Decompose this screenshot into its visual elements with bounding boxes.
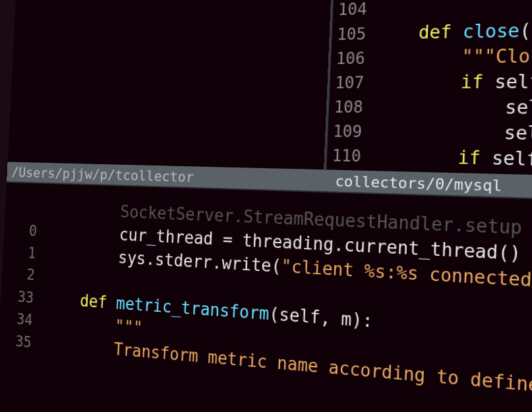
- line-number: 105: [329, 22, 376, 47]
- code-text: if self.db: [370, 144, 532, 173]
- status-bar-cwd: /Users/pjjw/p/tcollector: [7, 164, 336, 189]
- line-number: 107: [327, 71, 374, 95]
- status-bar-filepath: collectors/0/mysql: [335, 172, 502, 194]
- line-number: 35: [0, 329, 43, 355]
- editor-pane-top-right[interactable]: 103 return sel104105 def close(se106 """…: [324, 0, 532, 174]
- code-text: self.curs: [371, 119, 532, 147]
- line-number: [5, 212, 49, 214]
- editor-pane-bottom[interactable]: SocketServer.StreamRequestHandler.setup0…: [0, 196, 532, 401]
- code-text: if self.cu: [373, 69, 532, 94]
- line-number: 33: [1, 285, 45, 310]
- line-number: 106: [328, 46, 375, 71]
- code-line[interactable]: 106 """Closes: [328, 42, 532, 71]
- line-number: 1: [3, 241, 47, 265]
- code-text: self.curs: [372, 94, 532, 121]
- code-line[interactable]: 108 self.curs: [326, 94, 532, 121]
- line-number: 0: [4, 219, 49, 243]
- code-text: """Closes: [374, 43, 532, 70]
- line-number: 34: [0, 307, 44, 332]
- code-line[interactable]: 110 if self.db: [324, 142, 532, 174]
- code-text: def close(se: [375, 17, 532, 45]
- line-number: 109: [325, 119, 372, 144]
- line-number: 2: [1, 262, 46, 287]
- line-number: 108: [326, 95, 373, 119]
- code-line[interactable]: 107 if self.cu: [327, 69, 532, 95]
- line-number: 110: [324, 143, 371, 168]
- line-number: 104: [330, 0, 376, 22]
